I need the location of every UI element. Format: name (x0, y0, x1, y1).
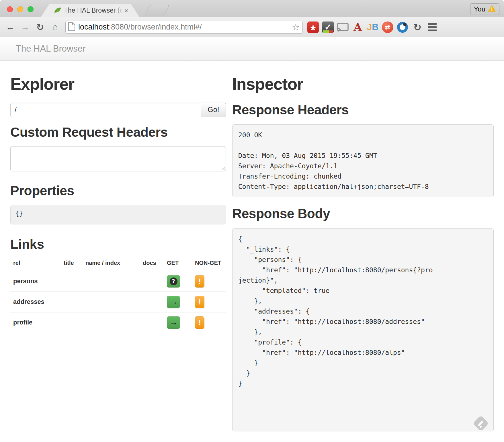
browser-menu-button[interactable] (426, 21, 439, 34)
link-rel-profile: profile (10, 312, 61, 333)
col-get: GET (164, 255, 192, 271)
new-tab-button[interactable] (144, 5, 170, 16)
page-navbar: The HAL Browser (0, 37, 504, 61)
links-header-row: rel title name / index docs GET NON-GET (10, 255, 226, 271)
links-heading: Links (10, 237, 226, 252)
close-window-button[interactable] (7, 6, 13, 12)
response-headers-box: 200 OK Date: Mon, 03 Aug 2015 19:55:45 G… (232, 124, 494, 197)
bookmark-star-icon[interactable]: ☆ (292, 22, 300, 32)
col-nonget: NON-GET (192, 255, 226, 271)
spring-leaf-favicon (52, 5, 62, 15)
get-button-profile[interactable]: → (167, 316, 180, 329)
link-rel-addresses: addresses (10, 292, 61, 312)
jb-extension-icon[interactable]: JB (366, 21, 379, 34)
tab-close-icon[interactable]: × (124, 7, 128, 14)
session-sync-extension-icon[interactable]: ↻ (411, 21, 424, 34)
links-table: rel title name / index docs GET NON-GET … (10, 255, 226, 333)
question-icon: ? (170, 277, 177, 285)
page-icon (68, 22, 75, 32)
letter-a-extension-icon[interactable]: A (351, 21, 364, 34)
inspector-heading: Inspector (232, 76, 494, 93)
checkmark-extension-icon[interactable]: ✓ (322, 21, 334, 34)
forward-button[interactable]: → (19, 21, 32, 34)
col-docs: docs (140, 255, 164, 271)
zoom-window-button[interactable] (28, 6, 34, 12)
response-body-box: { "_links": { "persons": { "href": "http… (232, 228, 494, 431)
reload-button[interactable]: ↻ (34, 21, 46, 34)
nonget-button-persons[interactable]: ! (195, 275, 204, 288)
window-controls (7, 6, 34, 12)
table-row: persons ? ! (10, 271, 226, 292)
inspector-panel: Inspector Response Headers 200 OK Date: … (232, 61, 494, 431)
response-headers-text: 200 OK Date: Mon, 03 Aug 2015 19:55:45 G… (238, 130, 488, 192)
custom-headers-textarea[interactable] (10, 146, 226, 171)
blue-circle-extension-icon[interactable] (396, 21, 409, 34)
response-body-heading: Response Body (232, 206, 494, 221)
browser-tab[interactable]: The HAL Browser (customiz × (41, 4, 140, 17)
response-body-text: { "_links": { "persons": { "href": "http… (238, 234, 434, 389)
col-title: title (61, 255, 83, 271)
properties-value: {} (10, 206, 226, 224)
warning-icon (488, 5, 496, 13)
arrow-right-icon: → (169, 298, 177, 306)
address-bar[interactable]: localhost:8080/browser/index.html#/ ☆ (65, 21, 303, 34)
get-button-persons[interactable]: ? (167, 275, 180, 288)
exclamation-icon: ! (198, 298, 201, 306)
get-button-addresses[interactable]: → (167, 296, 180, 308)
home-button[interactable]: ⌂ (49, 21, 61, 34)
exclamation-icon: ! (198, 318, 201, 327)
nonget-button-addresses[interactable]: ! (195, 296, 204, 308)
explorer-heading: Explorer (10, 76, 226, 93)
exclamation-icon: ! (198, 277, 201, 286)
tab-strip: The HAL Browser (customiz × You (0, 0, 504, 17)
cast-icon[interactable] (337, 21, 349, 34)
swap-arrows-extension-icon[interactable]: ⇄ (381, 21, 394, 34)
minimize-window-button[interactable] (17, 6, 23, 12)
properties-heading: Properties (10, 183, 226, 198)
table-row: addresses → ! (10, 292, 226, 312)
nonget-button-profile[interactable]: ! (195, 316, 204, 329)
response-headers-heading: Response Headers (232, 103, 494, 117)
col-name-index: name / index (83, 255, 140, 271)
main-content: Explorer Go! Custom Request Headers Prop… (0, 61, 504, 431)
col-rel: rel (10, 255, 61, 271)
explorer-address-input[interactable] (10, 103, 201, 117)
page-title: The HAL Browser (0, 37, 504, 60)
profile-button[interactable]: You (470, 3, 500, 15)
profile-label: You (474, 5, 486, 13)
tab-title: The HAL Browser (customiz (64, 7, 123, 14)
feedly-watermark-icon[interactable] (472, 415, 489, 433)
custom-request-headers-heading: Custom Request Headers (10, 125, 226, 140)
url-path: :8080/browser/index.html#/ (109, 23, 202, 31)
table-row: profile → ! (10, 312, 226, 333)
url-text[interactable]: localhost:8080/browser/index.html#/ (78, 23, 289, 32)
lastpass-extension-icon[interactable]: * (307, 21, 319, 34)
explorer-panel: Explorer Go! Custom Request Headers Prop… (10, 61, 226, 431)
browser-window: The HAL Browser (customiz × You ← → ↻ ⌂ … (0, 0, 504, 442)
custom-headers-field-wrap (10, 146, 226, 171)
go-button[interactable]: Go! (201, 103, 226, 117)
browser-toolbar: ← → ↻ ⌂ localhost:8080/browser/index.htm… (0, 17, 504, 37)
back-button[interactable]: ← (4, 21, 17, 34)
link-rel-persons: persons (10, 271, 61, 292)
explorer-address-row: Go! (10, 103, 226, 117)
arrow-right-icon: → (169, 318, 177, 326)
url-host: localhost (78, 23, 109, 31)
